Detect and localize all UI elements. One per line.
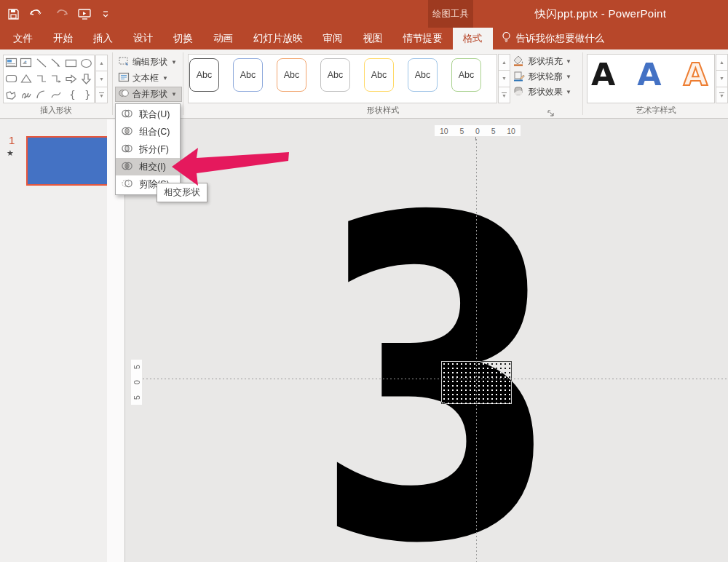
shape-brace-right-icon[interactable]: } xyxy=(79,87,94,103)
svg-text:{: { xyxy=(69,89,75,100)
shape-line-arrow-icon[interactable] xyxy=(49,55,64,71)
shape-freeform-icon[interactable] xyxy=(4,87,19,103)
shape-scribble-icon[interactable] xyxy=(19,87,34,103)
shape-triangle-icon[interactable] xyxy=(19,71,34,87)
shape-block-arrow-down-icon[interactable] xyxy=(79,71,94,87)
shape-slide-title-icon[interactable] xyxy=(19,55,34,71)
menu-item-combine[interactable]: 组合(C) xyxy=(116,123,180,140)
ribbon-tab[interactable]: 插入 xyxy=(83,28,123,50)
group-label-wordart: 艺术字样式 xyxy=(584,105,728,116)
shape-line-icon[interactable] xyxy=(33,55,49,71)
gallery-more-icon[interactable]: ▼ xyxy=(716,87,728,103)
shape-styles-scrollbar: ▲▼▼ xyxy=(498,54,510,103)
shape-rectangle-icon[interactable] xyxy=(64,55,79,71)
shape-elbow-connector-icon[interactable] xyxy=(33,71,49,87)
menu-item-union[interactable]: 联合(U) xyxy=(116,106,180,123)
chevron-down-icon: ▼ xyxy=(566,89,571,95)
shape-fill-icon xyxy=(513,55,525,68)
slide-number: 1 xyxy=(9,134,15,146)
edit-shape-button[interactable]: 编辑形状▼ xyxy=(115,55,182,70)
ruler-number: 5 xyxy=(491,127,496,135)
ribbon-tab[interactable]: 文件 xyxy=(3,28,43,50)
ribbon-tab[interactable]: 审阅 xyxy=(313,28,353,50)
shape-arc-icon[interactable] xyxy=(33,87,49,103)
horizontal-guide[interactable] xyxy=(132,379,728,379)
insert-shapes-group: {} ▲▼▼ 插入形状 xyxy=(0,50,112,118)
chevron-down-icon: ▼ xyxy=(171,59,177,66)
group-label-insert-shapes: 插入形状 xyxy=(0,105,112,116)
ribbon-tabs: 文件开始插入设计切换动画幻灯片放映审阅视图情节提要格式告诉我你想要做什么 xyxy=(0,28,728,50)
shape-style-swatch[interactable]: Abc xyxy=(451,58,481,92)
wordart-style-outline-orange[interactable]: A xyxy=(684,55,708,93)
powerpoint-window: 绘图工具 快闪ppt.pptx - PowerPoint 文件开始插入设计切换动… xyxy=(0,0,728,562)
text-box-button[interactable]: 文本框▼ xyxy=(115,71,182,86)
gallery-scroll-down-icon[interactable]: ▼ xyxy=(95,71,108,87)
vertical-ruler: 505 xyxy=(131,360,142,405)
merge-shapes-icon xyxy=(118,87,130,101)
shape-style-swatch[interactable]: Abc xyxy=(408,58,438,92)
horizontal-ruler: 1050510 xyxy=(435,125,521,136)
ruler-number: 0 xyxy=(132,380,141,384)
ribbon-tab[interactable]: 动画 xyxy=(203,28,243,50)
group-separator xyxy=(112,52,113,115)
ribbon-tab[interactable]: 设计 xyxy=(123,28,163,50)
tell-me-box[interactable]: 告诉我你想要做什么 xyxy=(493,28,614,50)
shape-elbow-arrow-icon[interactable] xyxy=(49,71,64,87)
shape-oval-icon[interactable] xyxy=(79,55,94,71)
shape-outline-button[interactable]: 形状轮廓▼ xyxy=(513,69,575,84)
shape-style-swatch[interactable]: Abc xyxy=(320,58,350,92)
gallery-scroll-down-icon[interactable]: ▼ xyxy=(716,71,728,87)
ribbon-tab[interactable]: 开始 xyxy=(43,28,83,50)
shape-curve-icon[interactable] xyxy=(49,87,64,103)
shape-styles-group: AbcAbcAbcAbcAbcAbcAbc ▲▼▼ 形状填充▼形状轮廓▼形状效果… xyxy=(183,50,582,118)
fragment-icon xyxy=(121,143,133,156)
ribbon-tab[interactable]: 情节提要 xyxy=(393,28,453,50)
shape-style-swatch[interactable]: Abc xyxy=(189,58,219,92)
window-title: 快闪ppt.pptx - PowerPoint xyxy=(480,0,721,28)
merge-shapes-button[interactable]: 合并形状▼ xyxy=(115,87,182,102)
wordart-style-fill-blue[interactable]: A xyxy=(637,55,661,93)
shape-style-swatch[interactable]: Abc xyxy=(277,58,306,92)
group-separator xyxy=(582,52,583,115)
vertical-guide[interactable] xyxy=(476,139,477,562)
shape-block-arrow-right-icon[interactable] xyxy=(64,71,79,87)
gallery-scroll-up-icon[interactable]: ▲ xyxy=(498,54,510,71)
ribbon-tab[interactable]: 切换 xyxy=(163,28,203,50)
redo-button[interactable] xyxy=(56,8,68,20)
slide-1-thumbnail[interactable] xyxy=(26,136,108,186)
shape-rounded-rectangle-icon[interactable] xyxy=(4,71,19,87)
shape-fill-button[interactable]: 形状填充▼ xyxy=(513,54,575,69)
customize-qat-button[interactable] xyxy=(102,10,109,18)
gallery-scroll-up-icon[interactable]: ▲ xyxy=(95,55,108,71)
ribbon-tab[interactable]: 格式 xyxy=(453,28,493,50)
shape-gallery-scrollbar: ▲▼▼ xyxy=(95,55,108,103)
chevron-down-icon: ▼ xyxy=(171,91,177,98)
combine-icon xyxy=(121,126,133,138)
drawing-tools-context-tab[interactable]: 绘图工具 xyxy=(428,0,473,28)
shape-effects-button[interactable]: 形状效果▼ xyxy=(513,84,575,100)
shape-style-swatch[interactable]: Abc xyxy=(364,58,394,92)
svg-text:}: } xyxy=(84,89,90,100)
shape-brace-left-icon[interactable]: { xyxy=(64,87,79,103)
undo-button[interactable] xyxy=(30,8,46,20)
start-slideshow-button[interactable] xyxy=(78,8,92,20)
intersect-icon xyxy=(121,161,133,173)
textbox-icon xyxy=(118,71,130,85)
save-button[interactable] xyxy=(7,8,20,20)
animation-star-icon: ★ xyxy=(7,149,14,158)
ribbon-tab[interactable]: 视图 xyxy=(353,28,393,50)
shape-style-swatch[interactable]: Abc xyxy=(233,58,263,92)
shape-slide-layout-icon[interactable] xyxy=(4,55,19,71)
wordart-style-fill-black[interactable]: A xyxy=(591,55,615,93)
gallery-more-icon[interactable]: ▼ xyxy=(95,87,108,103)
chevron-down-icon: ▼ xyxy=(566,58,571,65)
gallery-more-icon[interactable]: ▼ xyxy=(498,87,510,103)
ruler-number: 10 xyxy=(507,127,515,135)
ribbon-tab[interactable]: 幻灯片放映 xyxy=(243,28,313,50)
ribbon: {} ▲▼▼ 插入形状 编辑形状▼文本框▼合并形状▼ AbcAbcAbcAbcA… xyxy=(0,50,728,119)
gallery-scroll-up-icon[interactable]: ▲ xyxy=(716,54,728,71)
shape-style-swatches: AbcAbcAbcAbcAbcAbcAbc xyxy=(189,58,481,92)
chevron-down-icon: ▼ xyxy=(162,75,168,82)
gallery-scroll-down-icon[interactable]: ▼ xyxy=(498,71,510,87)
wordart-styles-group: AAA ▲▼▼ 艺术字样式 xyxy=(584,50,728,118)
